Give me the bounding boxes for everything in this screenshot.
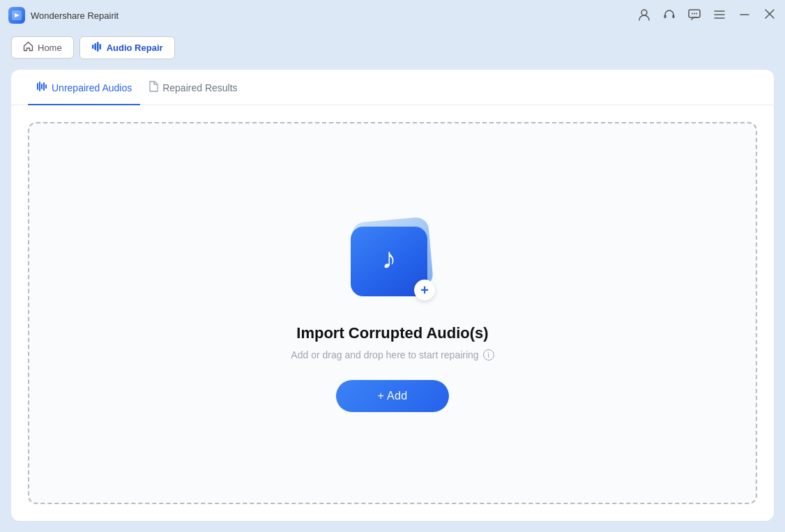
music-graphic: ♪ + [347,214,438,305]
svg-rect-21 [43,82,45,91]
titlebar-controls [637,7,777,24]
svg-rect-18 [37,83,38,90]
svg-rect-15 [94,43,96,50]
import-subtitle: Add or drag and drop here to start repai… [291,349,494,360]
svg-rect-20 [41,84,43,89]
svg-point-5 [692,13,693,14]
add-button[interactable]: + Add [336,380,450,412]
import-title: Import Corrupted Audio(s) [296,324,488,342]
home-nav-label: Home [38,43,62,53]
svg-rect-14 [92,45,94,49]
tab-unrepaired-audios[interactable]: Unrepaired Audios [28,70,140,105]
svg-rect-17 [99,44,101,50]
titlebar: Wondershare Repairit [0,0,785,31]
app-icon [8,7,25,24]
account-icon[interactable] [637,8,651,24]
plus-badge-icon: + [414,280,435,301]
unrepaired-tab-label: Unrepaired Audios [52,82,132,93]
dropzone[interactable]: ♪ + Import Corrupted Audio(s) Add or dra… [28,122,757,504]
svg-rect-16 [97,42,99,52]
home-nav-tab[interactable]: Home [11,36,74,59]
audio-repair-nav-label: Audio Repair [107,43,163,53]
svg-point-6 [694,13,695,14]
support-icon[interactable] [662,8,676,24]
close-button[interactable] [763,7,777,24]
music-note-icon: ♪ [382,244,397,273]
navbar: Home Audio Repair [0,31,785,64]
svg-rect-22 [45,84,47,89]
main-area: Unrepaired Audios Repaired Results ♪ [0,64,785,532]
repaired-tab-icon [148,81,158,94]
svg-rect-2 [664,15,666,18]
unrepaired-tab-icon [36,81,47,94]
svg-rect-3 [673,15,675,18]
audio-repair-nav-tab[interactable]: Audio Repair [79,36,175,59]
info-icon[interactable]: i [483,349,494,360]
tabs-bar: Unrepaired Audios Repaired Results [11,70,774,105]
menu-icon[interactable] [712,8,726,24]
minimize-button[interactable] [738,8,752,24]
audio-repair-icon [91,41,102,54]
chat-icon[interactable] [687,8,701,24]
titlebar-left: Wondershare Repairit [8,7,119,24]
import-subtitle-text: Add or drag and drop here to start repai… [291,349,478,360]
app-title: Wondershare Repairit [31,10,119,21]
svg-rect-19 [39,82,40,91]
content-card: Unrepaired Audios Repaired Results ♪ [11,70,774,521]
svg-point-1 [641,10,647,15]
repaired-tab-label: Repaired Results [162,82,237,93]
tab-repaired-results[interactable]: Repaired Results [140,70,245,105]
svg-point-7 [696,13,697,14]
home-icon [23,41,33,54]
